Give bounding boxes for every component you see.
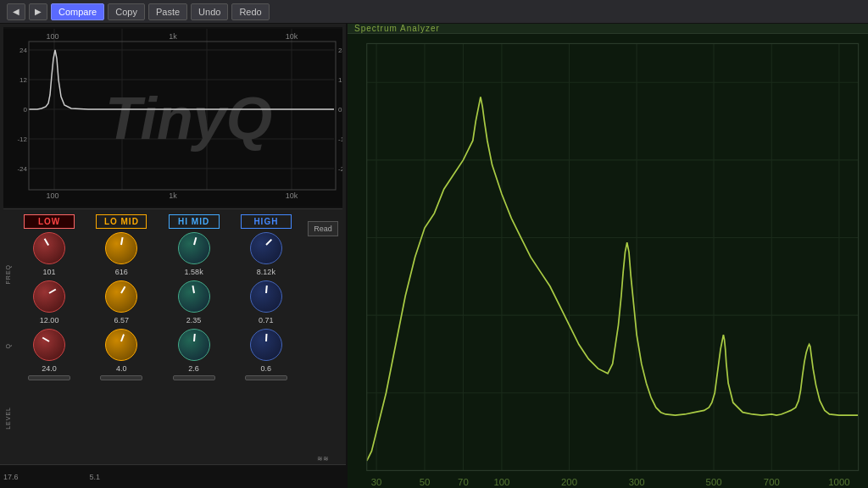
svg-text:0: 0 — [338, 106, 342, 114]
spectrum-panel: Spectrum Analyzer — [348, 24, 868, 488]
bands-area: FREQ Q LEVEL LOW 101 — [0, 213, 346, 464]
lomid-freq-value: 616 — [115, 268, 128, 277]
svg-text:500: 500 — [706, 477, 722, 487]
svg-text:700: 700 — [764, 477, 780, 487]
prev-button[interactable]: ◀ — [7, 3, 25, 20]
himid-slider[interactable] — [173, 375, 215, 380]
high-band-label[interactable]: HIGH — [241, 214, 292, 229]
high-band: HIGH 8.12k — [231, 214, 302, 463]
low-freq-knob[interactable]: 101 — [31, 230, 68, 277]
svg-text:300: 300 — [629, 477, 645, 487]
q-label: Q — [5, 343, 11, 348]
svg-text:100: 100 — [493, 477, 509, 487]
high-freq-knob[interactable]: 8.12k — [248, 230, 285, 277]
svg-rect-28 — [348, 34, 868, 488]
high-level-knob[interactable]: 0.6 — [248, 326, 285, 374]
svg-text:TinyQ: TinyQ — [105, 86, 272, 152]
himid-band-label[interactable]: HI MID — [169, 214, 220, 229]
svg-text:1000: 1000 — [828, 477, 849, 487]
himid-freq-value: 1.58k — [185, 268, 203, 277]
lomid-slider[interactable] — [100, 375, 142, 380]
himid-level-knob[interactable]: 2.6 — [175, 326, 213, 374]
svg-text:12: 12 — [338, 76, 342, 84]
plugin-bottom: 17.6 5.1 — [0, 464, 346, 488]
plugin-panel: 100 1k 10k 24 12 0 -12 -24 24 12 0 -12 -… — [0, 24, 348, 488]
bottom-value-2: 5.1 — [90, 473, 101, 481]
high-level-value: 0.6 — [261, 364, 272, 374]
lomid-freq-knob[interactable]: 616 — [103, 230, 140, 277]
svg-text:-24: -24 — [338, 165, 342, 173]
low-band: LOW 101 — [14, 214, 85, 463]
lomid-band: LO MID 616 — [86, 214, 157, 463]
paste-button[interactable]: Paste — [148, 3, 187, 20]
svg-text:70: 70 — [458, 477, 469, 487]
lomid-q-knob[interactable]: 6.57 — [103, 278, 140, 325]
svg-text:-12: -12 — [338, 136, 342, 143]
svg-text:100: 100 — [46, 191, 58, 200]
waveform-indicator: ≋≋ — [317, 455, 329, 463]
svg-text:12: 12 — [19, 76, 27, 84]
labels-column: FREQ Q LEVEL — [2, 214, 14, 463]
svg-text:1k: 1k — [169, 191, 177, 200]
lomid-level-knob[interactable]: 4.0 — [103, 326, 140, 374]
bottom-value-1: 17.6 — [3, 473, 19, 481]
svg-text:100: 100 — [46, 32, 58, 41]
lomid-band-label[interactable]: LO MID — [96, 214, 147, 229]
main-area: 100 1k 10k 24 12 0 -12 -24 24 12 0 -12 -… — [0, 24, 868, 488]
bands-main: LOW 101 — [14, 214, 302, 463]
read-button[interactable]: Read — [308, 221, 338, 236]
svg-text:10k: 10k — [286, 191, 298, 200]
high-gain-value: 0.71 — [259, 316, 274, 325]
redo-button[interactable]: Redo — [231, 3, 269, 20]
svg-text:1k: 1k — [169, 32, 177, 41]
spectrum-header: Spectrum Analyzer — [348, 24, 868, 34]
svg-text:10k: 10k — [286, 32, 298, 41]
level-label: LEVEL — [5, 407, 11, 430]
svg-text:-12: -12 — [17, 136, 27, 143]
svg-text:50: 50 — [420, 477, 431, 487]
lomid-level-value: 4.0 — [116, 364, 127, 374]
compare-button[interactable]: Compare — [51, 3, 104, 20]
high-freq-value: 8.12k — [257, 268, 275, 277]
himid-q-value: 2.35 — [186, 316, 202, 325]
low-freq-value: 101 — [43, 268, 56, 277]
low-gain-value: 12.00 — [40, 316, 59, 325]
svg-text:-24: -24 — [17, 165, 27, 173]
himid-q-knob[interactable]: 2.35 — [175, 278, 213, 325]
spectrum-title: Spectrum Analyzer — [354, 24, 440, 33]
undo-button[interactable]: Undo — [191, 3, 228, 20]
svg-text:0: 0 — [24, 106, 28, 114]
next-button[interactable]: ▶ — [29, 3, 47, 20]
toolbar: ◀ ▶ Compare Copy Paste Undo Redo — [0, 0, 868, 24]
copy-button[interactable]: Copy — [108, 3, 145, 20]
spectrum-canvas: 30 50 70 100 200 300 500 700 1000 — [348, 34, 868, 488]
svg-text:30: 30 — [371, 477, 382, 487]
svg-text:24: 24 — [338, 47, 342, 54]
himid-freq-knob[interactable]: 1.58k — [175, 230, 213, 277]
eq-curve-display: 100 1k 10k 24 12 0 -12 -24 24 12 0 -12 -… — [3, 27, 342, 209]
high-gain-knob[interactable]: 0.71 — [248, 278, 285, 325]
low-level-knob[interactable]: 24.0 — [31, 326, 68, 374]
low-band-label[interactable]: LOW — [24, 214, 75, 229]
freq-label: FREQ — [5, 264, 11, 284]
low-slider[interactable] — [28, 375, 70, 380]
high-slider[interactable] — [245, 375, 287, 380]
low-level-value: 24.0 — [42, 364, 57, 374]
low-gain-knob[interactable]: 12.00 — [31, 278, 68, 325]
svg-text:200: 200 — [561, 477, 577, 487]
himid-band: HI MID 1.58k — [159, 214, 230, 463]
svg-text:24: 24 — [19, 47, 27, 54]
himid-level-value: 2.6 — [188, 364, 199, 374]
lomid-q-value: 6.57 — [114, 316, 130, 325]
